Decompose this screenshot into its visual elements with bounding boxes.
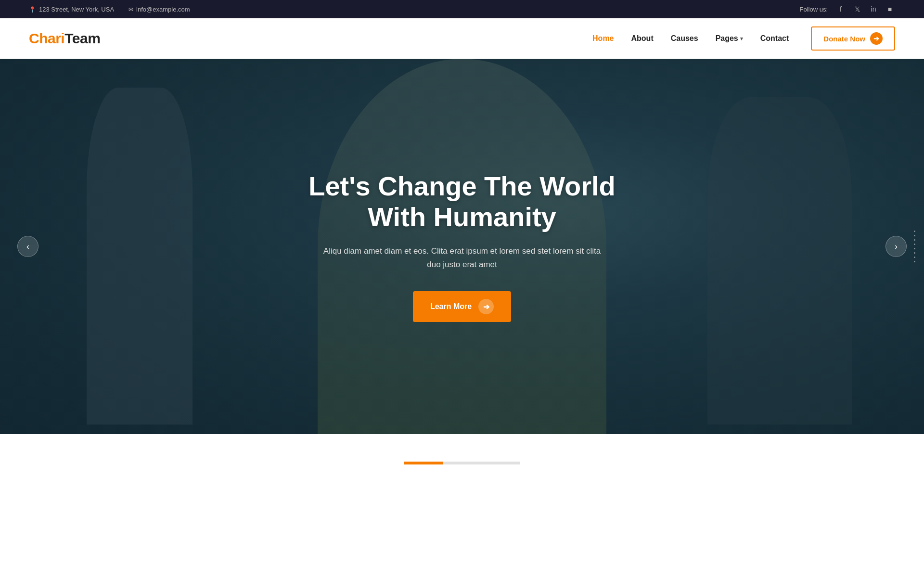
slider-prev-button[interactable]: ‹ bbox=[17, 236, 38, 257]
donate-arrow-icon: ➔ bbox=[870, 32, 883, 45]
chevron-right-icon: › bbox=[895, 242, 898, 252]
slider-dot-8 bbox=[914, 261, 915, 262]
strip-2[interactable] bbox=[443, 462, 481, 464]
address-item: 123 Street, New York, USA bbox=[29, 6, 114, 13]
figure-left bbox=[87, 88, 192, 425]
pin-icon bbox=[29, 6, 36, 13]
slider-dot-3 bbox=[914, 239, 915, 241]
hero-section: ‹ Let's Change The WorldWith Humanity Al… bbox=[0, 59, 924, 434]
follow-label: Follow us: bbox=[799, 6, 828, 13]
figure-right bbox=[707, 97, 852, 425]
slider-dot-7 bbox=[914, 257, 915, 258]
email-text: info@example.com bbox=[136, 6, 190, 13]
slider-dot-4 bbox=[914, 244, 915, 245]
learn-more-button[interactable]: Learn More ➔ bbox=[413, 291, 511, 322]
main-nav: Home About Causes Pages ▾ Contact Donate… bbox=[592, 26, 895, 51]
nav-about[interactable]: About bbox=[631, 34, 654, 43]
slider-dot-2 bbox=[914, 235, 915, 236]
logo-chari: Chari bbox=[29, 30, 64, 46]
header: ChariTeam Home About Causes Pages ▾ Cont… bbox=[0, 18, 924, 59]
hero-content: Let's Change The WorldWith Humanity Aliq… bbox=[299, 171, 625, 322]
hero-title: Let's Change The WorldWith Humanity bbox=[308, 171, 616, 233]
hero-subtitle: Aliqu diam amet diam et eos. Clita erat … bbox=[308, 245, 616, 272]
facebook-icon[interactable]: f bbox=[835, 4, 846, 14]
donate-btn-label: Donate Now bbox=[823, 35, 865, 43]
strip-active[interactable] bbox=[404, 462, 443, 464]
chevron-down-icon: ▾ bbox=[740, 36, 743, 42]
nav-contact[interactable]: Contact bbox=[760, 34, 789, 43]
twitter-icon[interactable]: 𝕏 bbox=[852, 4, 862, 14]
slider-dot-5 bbox=[914, 248, 915, 249]
nav-pages[interactable]: Pages ▾ bbox=[716, 34, 743, 43]
learn-more-label: Learn More bbox=[430, 302, 472, 311]
slider-dot-1 bbox=[914, 231, 915, 232]
top-bar: 123 Street, New York, USA info@example.c… bbox=[0, 0, 924, 18]
slider-dot-6 bbox=[914, 252, 915, 254]
chevron-left-icon: ‹ bbox=[26, 242, 29, 252]
mail-icon bbox=[128, 6, 133, 13]
strip-3[interactable] bbox=[481, 462, 520, 464]
linkedin-icon[interactable]: in bbox=[868, 4, 879, 14]
donate-now-button[interactable]: Donate Now ➔ bbox=[811, 26, 895, 51]
pagination-strips bbox=[404, 462, 520, 464]
top-bar-left: 123 Street, New York, USA info@example.c… bbox=[29, 6, 190, 13]
nav-home[interactable]: Home bbox=[592, 34, 614, 43]
logo[interactable]: ChariTeam bbox=[29, 30, 100, 47]
slider-next-button[interactable]: › bbox=[886, 236, 907, 257]
logo-team: Team bbox=[64, 30, 100, 46]
address-text: 123 Street, New York, USA bbox=[39, 6, 114, 13]
email-item: info@example.com bbox=[128, 6, 190, 13]
bottom-section bbox=[0, 434, 924, 492]
slider-dots bbox=[914, 231, 915, 262]
top-bar-right: Follow us: f 𝕏 in ■ bbox=[799, 4, 895, 14]
instagram-icon[interactable]: ■ bbox=[885, 4, 895, 14]
nav-causes[interactable]: Causes bbox=[671, 34, 698, 43]
learn-more-arrow-icon: ➔ bbox=[478, 299, 494, 314]
